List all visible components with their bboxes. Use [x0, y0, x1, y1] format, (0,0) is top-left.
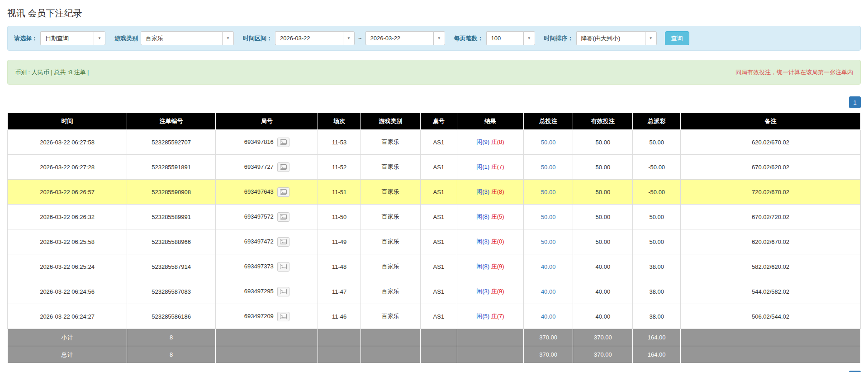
cell-session: 11-53 — [318, 130, 360, 155]
cell-bet-id: 523285592707 — [127, 130, 216, 155]
sort-order-select[interactable]: 降幂(由大到小) ▼ — [576, 31, 657, 45]
date-from-select[interactable]: 2026-03-22 ▼ — [275, 31, 355, 45]
query-type-label: 请选择： — [14, 34, 38, 43]
cell-total-bet: 50.00 — [523, 180, 573, 205]
game-type-select[interactable]: 百家乐 ▼ — [141, 31, 234, 45]
cell-session: 11-52 — [318, 155, 360, 180]
grand-total-valid-bet: 370.00 — [573, 346, 633, 363]
result-banker: 庄(9) — [491, 288, 504, 295]
round-preview-button[interactable] — [277, 162, 289, 172]
cell-session: 11-46 — [318, 304, 360, 329]
currency-total-text: 币别 : 人民币 | 总共 :8 注单 | — [15, 68, 89, 76]
chevron-down-icon[interactable]: ▼ — [94, 31, 105, 45]
filter-bar: 请选择： 日期查询 ▼ 游戏类别 百家乐 ▼ 时间区间： 2026-03-22 … — [7, 26, 861, 51]
chevron-down-icon[interactable]: ▼ — [645, 31, 657, 45]
total-bet-link[interactable]: 50.00 — [541, 139, 556, 146]
cell-game-type: 百家乐 — [360, 205, 420, 229]
cell-payout: -50.00 — [633, 180, 681, 205]
total-bet-link[interactable]: 40.00 — [541, 313, 556, 320]
chevron-down-icon[interactable]: ▼ — [523, 31, 535, 45]
round-id-text: 693497373 — [244, 262, 274, 269]
cell-result: 闲(9) 庄(8) — [457, 130, 523, 155]
total-bet-link[interactable]: 50.00 — [541, 214, 556, 220]
table-row: 2026-03-22 06:24:56 523285587083 6934972… — [8, 279, 861, 304]
subtotal-row: 小计 8 370.00 370.00 164.00 — [8, 329, 861, 346]
cell-bet-id: 523285590908 — [127, 180, 216, 205]
chevron-down-icon[interactable]: ▼ — [433, 31, 445, 45]
cell-remark: 506.02/544.02 — [680, 304, 860, 329]
round-preview-button[interactable] — [277, 262, 289, 272]
table-row: 2026-03-22 06:27:58 523285592707 6934978… — [8, 130, 861, 155]
round-preview-button[interactable] — [277, 212, 289, 222]
result-banker: 庄(7) — [491, 313, 504, 320]
round-id-text: 693497209 — [244, 312, 274, 319]
image-icon — [280, 264, 287, 269]
col-header-game-type: 游戏类别 — [360, 113, 420, 130]
result-banker: 庄(8) — [491, 188, 504, 195]
game-type-value: 百家乐 — [141, 31, 222, 45]
cell-round-id: 693497373 — [216, 254, 318, 279]
chevron-down-icon[interactable]: ▼ — [222, 31, 234, 45]
round-id-text: 693497643 — [244, 188, 274, 195]
cell-game-type: 百家乐 — [360, 279, 420, 304]
cell-payout: 50.00 — [633, 130, 681, 155]
total-bet-link[interactable]: 40.00 — [541, 263, 556, 270]
cell-remark: 670.02/720.02 — [680, 205, 860, 229]
cell-round-id: 693497727 — [216, 155, 318, 180]
round-preview-button[interactable] — [277, 187, 289, 197]
total-bet-link[interactable]: 50.00 — [541, 238, 556, 245]
result-banker: 庄(9) — [491, 263, 504, 270]
round-id-text: 693497472 — [244, 238, 274, 244]
table-row: 2026-03-22 06:25:24 523285587914 6934973… — [8, 254, 861, 279]
pagination-page-1[interactable]: 1 — [849, 96, 861, 108]
cell-session: 11-48 — [318, 254, 360, 279]
table-row: 2026-03-22 06:27:28 523285591891 6934977… — [8, 155, 861, 180]
valid-bet-notice: 同局有效投注，统一计算在该局第一张注单内 — [735, 68, 853, 76]
total-bet-link[interactable]: 50.00 — [541, 189, 556, 196]
cell-remark: 670.02/620.02 — [680, 155, 860, 180]
col-header-round-id: 局号 — [216, 113, 318, 130]
cell-result: 闲(3) 庄(0) — [457, 229, 523, 254]
cell-total-bet: 50.00 — [523, 205, 573, 229]
cell-table-no: AS1 — [420, 180, 457, 205]
round-preview-button[interactable] — [277, 138, 289, 147]
cell-total-bet: 50.00 — [523, 229, 573, 254]
chevron-down-icon[interactable]: ▼ — [343, 31, 355, 45]
cell-bet-id: 523285587914 — [127, 254, 216, 279]
cell-game-type: 百家乐 — [360, 304, 420, 329]
cell-time: 2026-03-22 06:27:58 — [8, 130, 127, 155]
cell-payout: 38.00 — [633, 304, 681, 329]
col-header-valid-bet: 有效投注 — [573, 113, 633, 130]
cell-table-no: AS1 — [420, 304, 457, 329]
cell-valid-bet: 50.00 — [573, 180, 633, 205]
image-icon — [280, 214, 287, 219]
round-preview-button[interactable] — [277, 237, 289, 247]
page-size-select[interactable]: 100 ▼ — [486, 31, 535, 45]
result-banker: 庄(0) — [491, 238, 504, 245]
cell-result: 闲(1) 庄(7) — [457, 155, 523, 180]
round-preview-button[interactable] — [277, 312, 289, 321]
cell-game-type: 百家乐 — [360, 180, 420, 205]
cell-round-id: 693497209 — [216, 304, 318, 329]
image-icon — [280, 139, 287, 145]
query-type-select[interactable]: 日期查询 ▼ — [40, 31, 105, 45]
cell-remark: 620.02/670.02 — [680, 130, 860, 155]
result-banker: 庄(7) — [491, 163, 504, 170]
image-icon — [280, 239, 287, 244]
image-icon — [280, 289, 287, 294]
round-preview-button[interactable] — [277, 287, 289, 296]
total-bet-link[interactable]: 50.00 — [541, 164, 556, 171]
cell-round-id: 693497472 — [216, 229, 318, 254]
page-size-label: 每页笔数： — [454, 34, 484, 43]
cell-table-no: AS1 — [420, 205, 457, 229]
cell-round-id: 693497643 — [216, 180, 318, 205]
search-button[interactable]: 查询 — [665, 31, 689, 45]
cell-total-bet: 40.00 — [523, 304, 573, 329]
table-row: 2026-03-22 06:26:32 523285589991 6934975… — [8, 205, 861, 229]
cell-table-no: AS1 — [420, 155, 457, 180]
grand-total-total-bet: 370.00 — [523, 346, 573, 363]
grand-total-count: 8 — [127, 346, 216, 363]
date-to-select[interactable]: 2026-03-22 ▼ — [365, 31, 445, 45]
total-bet-link[interactable]: 40.00 — [541, 288, 556, 295]
date-to-value: 2026-03-22 — [365, 31, 433, 45]
